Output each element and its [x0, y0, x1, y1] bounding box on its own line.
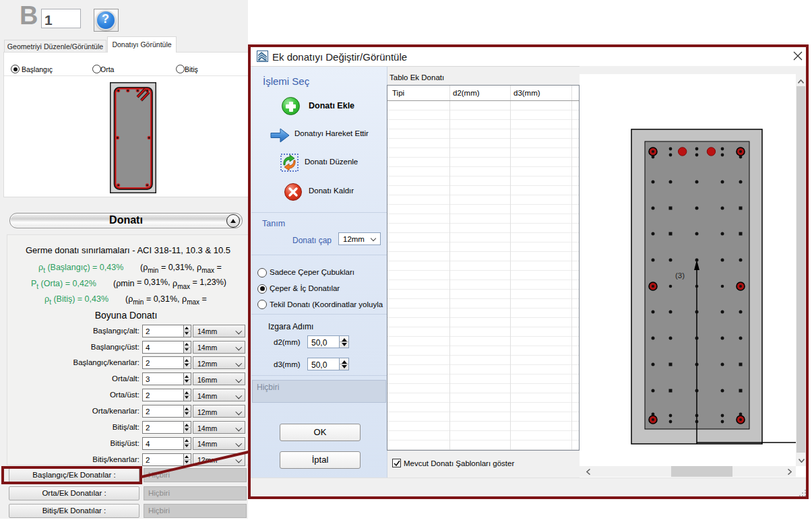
svg-text:(3): (3) [675, 271, 685, 280]
